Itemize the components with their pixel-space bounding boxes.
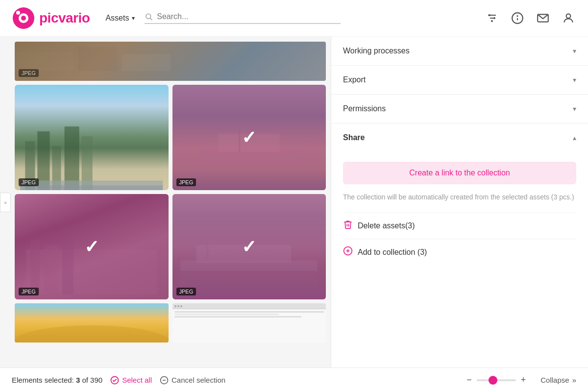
screen-line-2 xyxy=(174,314,279,315)
share-header[interactable]: Share ▴ xyxy=(343,133,576,142)
bottom-bar: Elements selected: 3 of 390 Select all C… xyxy=(0,368,588,392)
user-icon-button[interactable] xyxy=(561,10,576,26)
city2-checkmark: ✓ xyxy=(84,237,99,257)
city2-image[interactable]: ✓ JPEG xyxy=(15,194,169,299)
collapse-button[interactable]: Collapse » xyxy=(540,376,576,384)
boats1-overlay: ✓ xyxy=(172,85,326,190)
permissions-header[interactable]: Permissions ▾ xyxy=(343,104,576,113)
total-count: 390 xyxy=(90,376,102,384)
desert-thumbnail[interactable] xyxy=(15,303,169,343)
svg-point-9 xyxy=(489,14,490,16)
svg-rect-19 xyxy=(78,47,117,71)
mail-icon xyxy=(537,12,549,24)
screen-topbar xyxy=(172,303,326,309)
city-image-label: JPEG xyxy=(19,178,39,186)
search-icon xyxy=(145,12,153,21)
export-chevron: ▾ xyxy=(573,76,576,84)
screen-dot-3 xyxy=(180,305,182,307)
share-chevron: ▴ xyxy=(573,134,576,142)
top-image-texture xyxy=(15,42,326,81)
export-section: Export ▾ xyxy=(331,66,588,95)
screen-line-3 xyxy=(174,316,302,318)
nav-assets-button[interactable]: Assets ▾ xyxy=(105,14,135,23)
boats1-image[interactable]: ✓ JPEG xyxy=(172,85,326,190)
chevron-down-icon: ▾ xyxy=(132,15,135,22)
zoom-slider[interactable] xyxy=(477,379,516,381)
filter-icon-button[interactable] xyxy=(484,10,500,26)
logo-text: picvario xyxy=(39,10,90,26)
svg-point-16 xyxy=(566,14,571,18)
svg-rect-27 xyxy=(20,185,163,190)
svg-line-5 xyxy=(150,18,152,20)
search-bar[interactable] xyxy=(145,12,341,24)
svg-point-2 xyxy=(21,16,26,21)
working-processes-header[interactable]: Working processes ▾ xyxy=(343,47,576,55)
assets-label: Assets xyxy=(105,14,129,23)
city2-overlay: ✓ xyxy=(15,194,169,299)
city2-image-label: JPEG xyxy=(19,288,39,295)
add-to-collection-button[interactable]: Add to collection (3) xyxy=(343,239,576,265)
right-panel: Working processes ▾ Export ▾ Permissions… xyxy=(331,37,588,368)
header-icons xyxy=(484,10,576,26)
boats2-overlay: ✓ xyxy=(172,194,326,299)
left-panel: » JPEG xyxy=(0,37,331,368)
screen-body xyxy=(172,309,326,343)
screenshot-thumbnail[interactable] xyxy=(172,303,326,343)
image-row-1: JPEG ✓ JPEG xyxy=(15,85,326,190)
city-image[interactable]: JPEG xyxy=(15,85,169,190)
working-processes-section: Working processes ▾ xyxy=(331,37,588,66)
image-row-2: ✓ JPEG xyxy=(15,194,326,299)
delete-assets-label: Delete assets(3) xyxy=(358,221,415,230)
zoom-out-button[interactable]: − xyxy=(466,375,472,385)
plus-circle-icon xyxy=(343,246,353,258)
trash-icon xyxy=(343,220,353,232)
info-icon-button[interactable] xyxy=(510,10,525,26)
svg-rect-20 xyxy=(122,54,170,71)
header: picvario Assets ▾ xyxy=(0,0,588,37)
svg-point-3 xyxy=(16,10,21,15)
bottom-thumbnails xyxy=(15,303,326,343)
permissions-section: Permissions ▾ xyxy=(331,95,588,123)
filter-icon xyxy=(486,12,498,24)
logo-icon xyxy=(12,6,35,30)
selection-info: Elements selected: 3 of 390 Select all C… xyxy=(12,376,466,385)
permissions-title: Permissions xyxy=(343,104,386,113)
boats2-image-label: JPEG xyxy=(176,288,196,295)
selected-count: 3 xyxy=(76,376,80,384)
user-icon xyxy=(562,12,575,24)
svg-point-11 xyxy=(491,20,493,22)
logo-area: picvario xyxy=(12,6,90,30)
zoom-thumb[interactable] xyxy=(489,376,497,385)
city-image-bg xyxy=(15,85,169,190)
export-header[interactable]: Export ▾ xyxy=(343,75,576,84)
collapse-arrows-icon: » xyxy=(4,199,7,205)
main-layout: » JPEG xyxy=(0,37,588,368)
collapse-label: Collapse xyxy=(540,376,569,384)
share-content: Create a link to the collection The coll… xyxy=(331,152,588,275)
add-to-collection-label: Add to collection (3) xyxy=(358,248,427,257)
screen-content xyxy=(172,303,326,343)
svg-rect-18 xyxy=(15,51,73,71)
search-input[interactable] xyxy=(157,12,341,21)
selection-text: Elements selected: 3 of 390 xyxy=(12,376,102,384)
top-image[interactable]: JPEG xyxy=(15,42,326,81)
zoom-in-button[interactable]: + xyxy=(521,375,526,385)
desert-dunes xyxy=(15,323,169,343)
zoom-controls: − + Collapse » xyxy=(466,375,576,385)
working-processes-chevron: ▾ xyxy=(573,47,576,55)
boats1-checkmark: ✓ xyxy=(242,127,256,148)
share-title: Share xyxy=(343,133,365,142)
screen-dot-2 xyxy=(177,305,179,307)
create-link-button[interactable]: Create a link to the collection xyxy=(343,162,576,184)
select-all-check-icon xyxy=(110,376,119,385)
collapse-arrows-icon: » xyxy=(572,376,576,384)
select-all-button[interactable]: Select all xyxy=(110,376,152,385)
collapse-panel-button[interactable]: » xyxy=(0,193,11,212)
delete-assets-button[interactable]: Delete assets(3) xyxy=(343,212,576,239)
boats1-image-label: JPEG xyxy=(176,178,196,186)
cancel-selection-button[interactable]: Cancel selection xyxy=(160,376,225,385)
mail-icon-button[interactable] xyxy=(535,10,551,26)
screen-dot-1 xyxy=(174,305,176,307)
boats2-image[interactable]: ✓ JPEG xyxy=(172,194,326,299)
image-grid: JPEG xyxy=(0,37,331,347)
